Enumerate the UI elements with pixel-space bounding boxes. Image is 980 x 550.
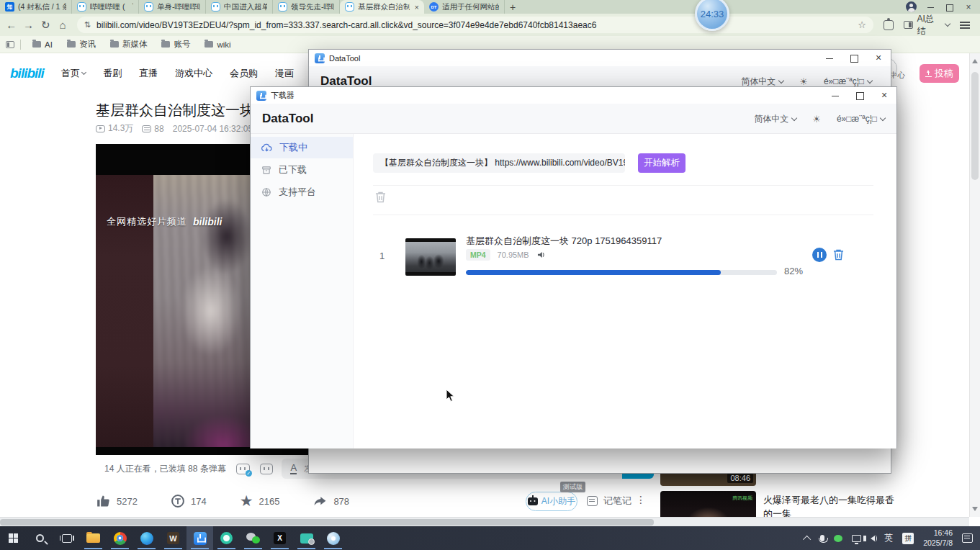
browser-profile-avatar[interactable]	[906, 1, 917, 12]
nav-live[interactable]: 直播	[139, 67, 158, 80]
account-menu[interactable]: é»□æ¨ªç¦□	[824, 76, 872, 86]
scroll-up-arrow[interactable]	[972, 59, 978, 63]
taskbar-wechat[interactable]	[240, 526, 266, 550]
browser-menu-icon[interactable]	[960, 22, 970, 29]
close-button[interactable]: ×	[872, 87, 896, 104]
ime-language[interactable]: 英	[884, 532, 893, 544]
account-menu[interactable]: é»□æ¨ªç¦□	[837, 114, 885, 124]
datatool-titlebar[interactable]: DataTool ×	[309, 50, 891, 66]
downloader-titlebar[interactable]: 下载器 ×	[251, 87, 896, 104]
taskbar-teal-app[interactable]	[213, 526, 240, 550]
tab-extension[interactable]: DT 适用于任何网站的快速	[424, 0, 505, 14]
ime-pinyin-icon[interactable]: 拼	[902, 533, 914, 544]
start-parse-button[interactable]: 开始解析	[638, 153, 685, 173]
trash-all-icon[interactable]	[374, 191, 387, 204]
ai-assistant-button[interactable]: AI小助手	[526, 492, 577, 511]
taskbar-explorer[interactable]	[80, 526, 107, 550]
tab-china-single[interactable]: 中国进入超单身时代_	[206, 0, 273, 14]
tab-danshen[interactable]: 单身-哔哩哔哩_bilibili	[139, 0, 206, 14]
font-style-icon[interactable]: A	[290, 463, 297, 474]
danmaku-setting-icon[interactable]: ✓	[236, 464, 250, 474]
start-button[interactable]	[0, 526, 27, 550]
taskbar-browser[interactable]	[133, 526, 160, 550]
sidebar-item-downloaded[interactable]: 已下载	[251, 159, 353, 181]
address-bar[interactable]: ⇅ bilibili.com/video/BV19T3EzDEU4/?spm_i…	[77, 17, 873, 33]
bookmark-folder-media[interactable]: 新媒体	[104, 39, 153, 50]
maximize-button[interactable]	[848, 87, 872, 104]
delete-item-icon[interactable]	[832, 248, 845, 261]
taskbar-capcut[interactable]: X	[266, 526, 293, 550]
theme-toggle-icon[interactable]: ☀	[812, 114, 821, 125]
bookmark-folder-account[interactable]: 账号	[156, 39, 196, 50]
taskbar-wps[interactable]: W	[160, 526, 186, 550]
horizontal-scroll-thumb[interactable]	[0, 519, 654, 526]
maximize-button[interactable]	[842, 50, 866, 66]
tab-close-icon[interactable]: ×	[415, 3, 419, 12]
tray-expand-icon[interactable]	[803, 535, 811, 543]
nav-vip-shop[interactable]: 会员购	[230, 67, 258, 80]
center-label[interactable]: 中心	[890, 71, 905, 81]
danmaku-style-icon[interactable]	[260, 464, 274, 474]
like-button[interactable]: 5272	[96, 494, 138, 508]
browser-maximize-button[interactable]	[945, 3, 954, 12]
display-icon[interactable]	[852, 535, 861, 542]
tab-bilibili-home[interactable]: 哔哩哔哩 ( ゜- ゜)つロ	[72, 0, 139, 14]
ai-summary-button[interactable]: AI总结	[904, 13, 950, 37]
vertical-scroll-thumb[interactable]	[971, 72, 979, 180]
more-options-icon[interactable]: ⋮	[636, 497, 646, 502]
scroll-down-arrow[interactable]	[972, 507, 978, 511]
nav-bangumi[interactable]: 番剧	[103, 67, 122, 80]
nav-manga[interactable]: 漫画	[275, 67, 294, 80]
ai-assistant-label: AI小助手	[541, 495, 575, 508]
microphone-icon[interactable]	[820, 535, 824, 541]
taskbar-datatool[interactable]	[186, 526, 213, 550]
tab-lingdao[interactable]: 领导先走-哔哩哔哩_b	[273, 0, 340, 14]
task-view-button[interactable]	[53, 526, 80, 550]
taskbar-recorder[interactable]	[293, 526, 320, 550]
tab-active-video[interactable]: 基层群众自治制度 ×	[340, 0, 424, 14]
bookmark-folder-wiki[interactable]: wiki	[199, 40, 236, 49]
downloader-window[interactable]: 下载器 × DataTool 简体中文 ☀ é»□æ¨ªç¦□ 下载中	[250, 86, 897, 448]
forward-icon[interactable]: →	[20, 19, 37, 31]
browser-minimize-button[interactable]	[927, 3, 935, 12]
nav-game-center[interactable]: 游戏中心	[175, 67, 212, 80]
parse-url-input[interactable]: 【基层群众自治制度这一块】 https://www.bilibili.com/v…	[373, 153, 625, 173]
taskbar-chrome[interactable]	[107, 526, 133, 550]
vertical-scrollbar[interactable]	[969, 53, 980, 517]
volume-icon[interactable]	[871, 536, 875, 541]
back-icon[interactable]: ←	[3, 19, 20, 31]
taskbar-netdisk[interactable]	[320, 526, 346, 550]
sidebar-item-downloading[interactable]: 下载中	[251, 137, 353, 158]
clock[interactable]: 16:46 2025/7/8	[923, 528, 953, 547]
site-info-icon[interactable]: ⇅	[84, 20, 91, 30]
reading-list-icon[interactable]	[6, 41, 14, 48]
bookmark-folder-ai[interactable]: AI	[27, 40, 58, 49]
pause-button[interactable]	[812, 248, 827, 262]
home-icon[interactable]: ⌂	[54, 19, 71, 31]
note-button[interactable]: 记笔记	[587, 495, 631, 508]
close-button[interactable]: ×	[866, 50, 891, 66]
share-button[interactable]: 878	[313, 495, 349, 508]
sidebar-item-platforms[interactable]: 支持平台	[251, 181, 353, 203]
favorite-button[interactable]: ★ 2165	[240, 494, 280, 508]
upload-button[interactable]: 投稿	[920, 64, 959, 83]
taskbar-search[interactable]	[27, 526, 53, 550]
language-select[interactable]: 简体中文	[741, 76, 783, 88]
notification-center-icon[interactable]	[962, 533, 973, 543]
bookmark-star-icon[interactable]: ☆	[858, 19, 866, 30]
coin-button[interactable]: 174	[171, 494, 207, 508]
tab-zhihu[interactable]: 知 (4 封私信 / 1 条消息)	[0, 0, 72, 14]
extensions-icon[interactable]	[884, 20, 894, 30]
bookmark-folder-news[interactable]: 资讯	[61, 39, 102, 50]
language-select[interactable]: 简体中文	[754, 113, 796, 125]
wechat-tray-icon[interactable]	[834, 535, 842, 542]
new-tab-button[interactable]: +	[505, 0, 521, 14]
browser-close-button[interactable]: ×	[964, 3, 973, 12]
minimize-button[interactable]	[817, 50, 842, 66]
nav-home[interactable]: 首页	[61, 67, 86, 80]
horizontal-scrollbar[interactable]	[0, 517, 969, 526]
minimize-button[interactable]	[823, 87, 848, 104]
theme-toggle-icon[interactable]: ☀	[799, 76, 808, 87]
bilibili-logo[interactable]: bilibili	[10, 66, 44, 81]
refresh-icon[interactable]: ↻	[37, 19, 54, 32]
